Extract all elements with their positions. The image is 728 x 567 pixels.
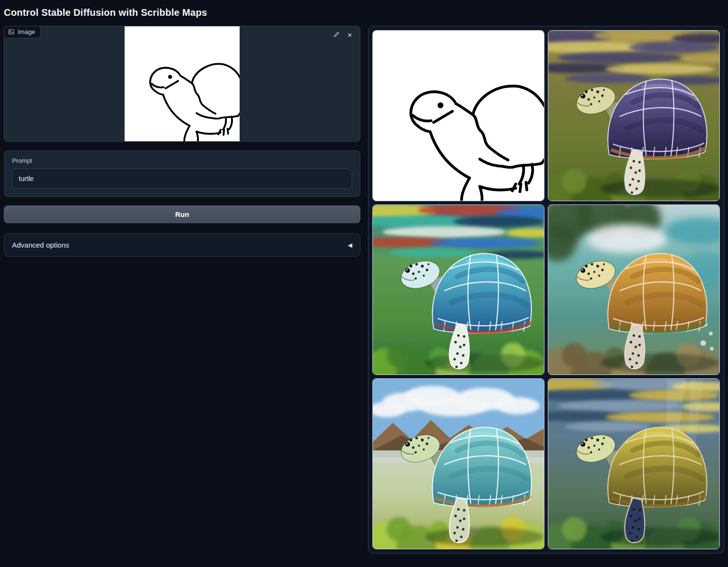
prompt-input[interactable]	[12, 169, 352, 189]
edit-image-button[interactable]	[332, 31, 341, 39]
output-gallery-grid	[372, 30, 720, 549]
close-icon: ✕	[347, 32, 353, 38]
gallery-item[interactable]	[548, 204, 720, 375]
sketch-canvas[interactable]	[125, 26, 240, 141]
gallery-item[interactable]	[372, 204, 544, 375]
output-gallery	[368, 26, 724, 554]
image-label-badge: Image	[4, 26, 41, 38]
clear-image-button[interactable]: ✕	[346, 31, 354, 39]
image-input-component: Image ✕	[4, 26, 360, 142]
page-title: Control Stable Diffusion with Scribble M…	[4, 7, 724, 18]
image-icon	[8, 29, 14, 35]
gallery-item[interactable]	[372, 30, 544, 201]
gallery-item[interactable]	[548, 378, 720, 549]
image-corner-actions: ✕	[332, 31, 354, 39]
gallery-item[interactable]	[548, 30, 720, 201]
prompt-panel: Prompt	[4, 150, 360, 197]
run-button[interactable]: Run	[4, 205, 360, 223]
image-label: Image	[18, 28, 35, 35]
advanced-options-accordion[interactable]: Advanced options ◀	[4, 233, 360, 257]
chevron-left-icon: ◀	[348, 242, 352, 249]
prompt-label: Prompt	[12, 157, 352, 164]
main-layout: Image ✕ Prompt Run	[4, 26, 724, 554]
advanced-options-label: Advanced options	[12, 241, 69, 249]
pencil-icon	[333, 31, 340, 39]
gallery-item[interactable]	[372, 378, 544, 549]
controls-column: Image ✕ Prompt Run	[4, 26, 360, 257]
